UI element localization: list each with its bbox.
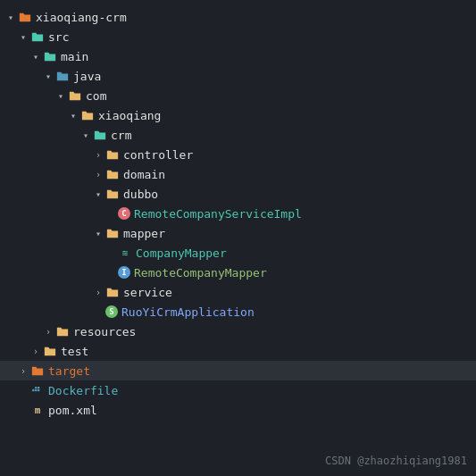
tree-item-Dockerfile[interactable]: Dockerfile [0, 380, 476, 400]
folder-icon [105, 226, 120, 240]
folder-teal-icon [93, 128, 107, 142]
tree-arrow[interactable] [91, 226, 105, 240]
java-class-icon: C [118, 207, 130, 220]
tree-item-target[interactable]: target [0, 361, 476, 380]
tree-item-label: pom.xml [48, 404, 97, 417]
file-tree: xiaoqiang-crmsrcmainjavacomxiaoqiangcrmc… [0, 0, 476, 476]
spring-app-icon: S [105, 305, 118, 318]
watermark: CSDN @zhaozhiqiang1981 [325, 455, 467, 467]
tree-item-label: test [61, 345, 88, 358]
tree-arrow[interactable] [16, 29, 30, 44]
tree-arrow[interactable] [41, 69, 55, 83]
tree-item-label: service [123, 286, 172, 299]
tree-item-test[interactable]: test [0, 341, 476, 361]
tree-item-label: com [86, 89, 106, 103]
tree-item-label: RemoteCompanyMapper [134, 266, 267, 280]
tree-item-java[interactable]: java [0, 66, 476, 86]
tree-item-label: CompanyMapper [136, 246, 227, 260]
tree-arrow[interactable] [91, 147, 105, 162]
tree-arrow[interactable] [91, 167, 105, 181]
tree-item-domain[interactable]: domain [0, 164, 476, 184]
tree-item-label: xiaoqiang [98, 109, 161, 122]
folder-icon [105, 167, 120, 181]
tree-item-main[interactable]: main [0, 46, 476, 66]
tree-item-label: xiaoqiang-crm [36, 11, 127, 24]
tree-arrow[interactable] [91, 285, 105, 299]
tree-item-label: RuoYiCrmApplication [121, 305, 255, 319]
tree-item-label: RemoteCompanyServiceImpl [134, 207, 302, 221]
tree-item-label: Dockerfile [48, 384, 118, 397]
tree-item-RemoteCompanyServiceImpl[interactable]: CRemoteCompanyServiceImpl [0, 204, 476, 223]
tree-item-label: domain [123, 168, 165, 181]
folder-orange-icon [30, 363, 45, 378]
folder-teal-icon [30, 29, 45, 44]
tree-item-crm[interactable]: crm [0, 125, 476, 145]
tree-item-label: dubbo [123, 188, 158, 201]
tree-arrow[interactable] [29, 49, 43, 63]
tree-arrow[interactable] [16, 363, 30, 378]
tree-arrow[interactable] [41, 324, 55, 338]
tree-arrow[interactable] [4, 10, 18, 24]
tree-arrow[interactable] [29, 344, 43, 358]
tree-arrow[interactable] [91, 187, 105, 201]
tree-item-resources[interactable]: resources [0, 322, 476, 341]
tree-item-label: main [61, 50, 88, 63]
tree-item-src[interactable]: src [0, 27, 476, 46]
tree-item-label: controller [123, 148, 193, 162]
folder-icon [80, 108, 95, 122]
tree-item-controller[interactable]: controller [0, 145, 476, 164]
svg-rect-2 [38, 389, 39, 391]
folder-blue-icon [55, 69, 70, 83]
tree-item-label: mapper [123, 227, 165, 240]
svg-rect-1 [35, 389, 37, 391]
tree-item-RemoteCompanyMapper[interactable]: IRemoteCompanyMapper [0, 263, 476, 282]
folder-icon [105, 187, 120, 201]
folder-icon [68, 88, 82, 103]
tree-item-label: crm [111, 129, 131, 142]
folder-icon [105, 147, 120, 162]
tree-item-label: java [73, 70, 101, 83]
tree-item-mapper[interactable]: mapper [0, 223, 476, 243]
svg-rect-0 [32, 389, 34, 391]
dockerfile-icon [30, 383, 45, 397]
folder-icon [105, 285, 120, 299]
tree-item-RuoYiCrmApplication[interactable]: SRuoYiCrmApplication [0, 302, 476, 322]
tree-arrow[interactable] [79, 128, 93, 142]
folder-icon [55, 324, 70, 338]
folder-icon [43, 344, 57, 358]
folder-orange-icon [18, 10, 32, 24]
tree-item-com[interactable]: com [0, 86, 476, 105]
mapper-icon: ≋ [118, 246, 132, 260]
tree-item-CompanyMapper[interactable]: ≋CompanyMapper [0, 243, 476, 263]
pom-xml-icon: m [30, 403, 45, 417]
tree-item-dubbo[interactable]: dubbo [0, 184, 476, 204]
java-interface-icon: I [118, 266, 130, 279]
folder-teal-icon [43, 49, 57, 63]
tree-arrow[interactable] [54, 88, 68, 103]
tree-arrow[interactable] [66, 108, 80, 122]
tree-item-service[interactable]: service [0, 282, 476, 302]
svg-rect-3 [35, 387, 37, 388]
tree-item-pom.xml[interactable]: mpom.xml [0, 400, 476, 420]
tree-item-label: target [48, 364, 90, 378]
svg-rect-4 [38, 387, 39, 388]
tree-item-label: resources [73, 325, 136, 338]
tree-item-xiaoqiang[interactable]: xiaoqiang [0, 105, 476, 125]
tree-item-xiaoqiang-crm[interactable]: xiaoqiang-crm [0, 7, 476, 27]
tree-item-label: src [48, 30, 69, 44]
